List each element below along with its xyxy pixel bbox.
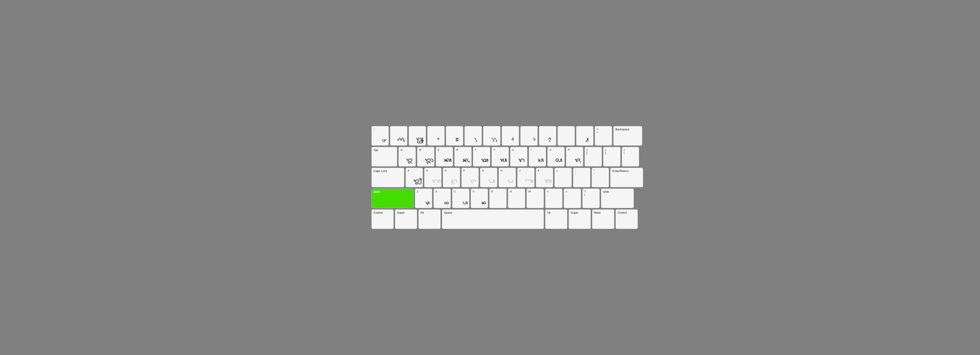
key-0[interactable] xyxy=(558,126,575,146)
row-bottom: Control Super Alt Space Alt Super Meta C… xyxy=(371,209,609,229)
key-f[interactable]: F ᬞ xyxy=(461,168,479,187)
key-7[interactable]: ᭠ xyxy=(502,126,519,146)
key-shift-right[interactable]: Shift xyxy=(601,189,634,208)
key-tab[interactable]: Tab xyxy=(371,147,397,166)
key-minus[interactable]: ᭣ xyxy=(576,126,593,146)
key-y[interactable]: Y ᬖ xyxy=(492,147,509,166)
key-semicolon[interactable]: : ; xyxy=(573,168,590,187)
key-super-left[interactable]: Super xyxy=(395,209,417,229)
row-asdf: Caps Lock A ᬛ S ᬜ D ᬝ F ᬞ G ᬟ H ᬠ J ᬡ xyxy=(371,168,609,187)
key-ctrl-right[interactable]: Control xyxy=(616,209,638,229)
key-l[interactable]: L xyxy=(554,168,572,187)
row-qwerty: Tab Q ᬑ W ᬒ E ᬓ R ᬔ T ᬕ Y ᬖ U ᬗ xyxy=(371,147,609,166)
key-9[interactable]: ᭢ xyxy=(539,126,556,146)
key-v[interactable]: V ᬦ xyxy=(471,189,488,208)
key-h[interactable]: H ᬠ xyxy=(499,168,516,187)
key-p[interactable]: P ᬚ xyxy=(566,147,583,166)
key-u[interactable]: U ᬗ xyxy=(510,147,527,166)
key-z[interactable]: Z ᬣ xyxy=(415,189,432,208)
key-shift-left[interactable]: Shift xyxy=(371,189,414,208)
key-capslock[interactable]: Caps Lock xyxy=(371,168,404,187)
key-t[interactable]: T ᬕ xyxy=(473,147,490,166)
key-k[interactable]: K ᬢ xyxy=(536,168,553,187)
key-2[interactable]: ᭛ xyxy=(409,126,426,146)
key-comma[interactable]: < , xyxy=(545,189,562,208)
key-j[interactable]: J ᬡ xyxy=(517,168,535,187)
key-g[interactable]: G ᬟ xyxy=(480,168,497,187)
key-c[interactable]: C ᬥ xyxy=(452,189,469,208)
key-ctrl-left[interactable]: Control xyxy=(371,209,394,229)
key-1[interactable]: ᭚ xyxy=(390,126,407,146)
key-r[interactable]: R ᬔ xyxy=(454,147,472,166)
key-lbracket[interactable]: { [ xyxy=(585,147,602,166)
key-period[interactable]: > . xyxy=(564,189,581,208)
key-alt-right[interactable]: Alt xyxy=(545,209,567,229)
key-n[interactable]: N xyxy=(508,189,525,208)
key-3[interactable]: ᭜ xyxy=(427,126,445,146)
key-8[interactable]: ᭡ xyxy=(520,126,538,146)
row-numbers: ~ ` ᭘ ᭚ ᭛ ᭜ ᭝ ᭞ ᭟ ᭠ ᭡ ᭢ xyxy=(371,126,609,146)
key-space[interactable]: Space xyxy=(442,209,544,229)
key-quote[interactable]: " ' xyxy=(592,168,609,187)
key-equals[interactable]: + + xyxy=(595,126,612,146)
key-b[interactable]: B xyxy=(489,189,507,208)
key-pipe[interactable]: | \ xyxy=(622,147,639,166)
key-alt-left[interactable]: Alt xyxy=(418,209,441,229)
key-meta[interactable]: Meta xyxy=(592,209,614,229)
key-o[interactable]: O ᬙ xyxy=(547,147,565,166)
key-w[interactable]: W ᬒ xyxy=(417,147,434,166)
key-enter[interactable]: Enter/Return xyxy=(610,168,643,187)
key-6[interactable]: ᭟ xyxy=(483,126,500,146)
key-slash[interactable]: ? / xyxy=(582,189,600,208)
key-backspace[interactable]: Backspace xyxy=(613,126,642,146)
key-5[interactable]: ᭞ xyxy=(465,126,482,146)
key-e[interactable]: E ᬓ xyxy=(436,147,453,166)
key-x[interactable]: X ᬤ xyxy=(434,189,451,208)
key-m[interactable]: M xyxy=(527,189,544,208)
key-d[interactable]: D ᬝ xyxy=(443,168,460,187)
key-rbracket[interactable]: } ] xyxy=(603,147,620,166)
key-i[interactable]: I ᬘ xyxy=(529,147,546,166)
key-backtick[interactable]: ~ ` ᭘ xyxy=(371,126,389,146)
keyboard: ~ ` ᭘ ᭚ ᭛ ᭜ ᭝ ᭞ ᭟ ᭠ ᭡ ᭢ xyxy=(368,122,612,233)
key-super-right[interactable]: Super xyxy=(569,209,591,229)
key-s[interactable]: S ᬜ xyxy=(424,168,441,187)
key-a[interactable]: A ᬛ xyxy=(406,168,423,187)
key-4[interactable]: ᭝ xyxy=(446,126,463,146)
row-shift: Shift Z ᬣ X ᬤ C ᬥ V ᬦ B N M < , xyxy=(371,189,609,208)
key-q[interactable]: Q ᬑ xyxy=(399,147,416,166)
